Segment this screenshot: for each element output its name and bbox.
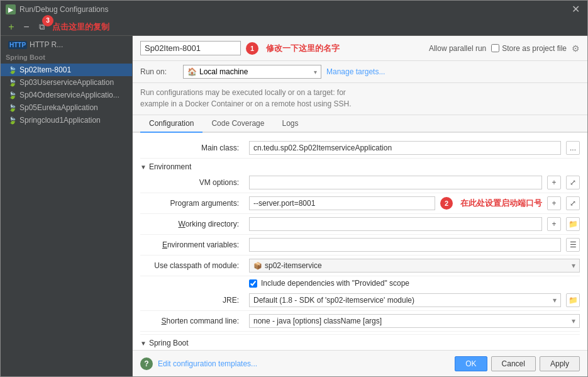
description-line1: Run configurations may be executed local… xyxy=(140,88,346,97)
help-button[interactable]: ? xyxy=(140,357,153,370)
include-deps-row: Include dependencies with "Provided" sco… xyxy=(249,276,580,290)
bottom-bar: ? Edit configuration templates... OK Can… xyxy=(133,350,587,376)
content-area: HTTP HTTP R... Spring Boot 🍃 Sp02Item-80… xyxy=(1,36,587,376)
sidebar-item-sp03[interactable]: 🍃 Sp03UserserviceApplication xyxy=(1,76,132,89)
sidebar-item-springcloud-label: Springcloud1Application xyxy=(19,116,101,125)
toolbar: + − ⧉ 3 点击这里的复制 xyxy=(1,18,587,36)
shorten-cmd-select-input[interactable]: none - java [options] className [args] xyxy=(253,317,575,325)
tabs-bar: Configuration Code Coverage Logs xyxy=(133,115,587,133)
close-button[interactable]: ✕ xyxy=(569,3,582,16)
home-icon: 🏠 xyxy=(187,67,197,76)
annotation-1-text: 修改一下这里的名字 xyxy=(266,43,340,54)
ok-button[interactable]: OK xyxy=(455,356,487,371)
spring-boot-section: ▼ Spring Boot xyxy=(140,334,580,349)
leaf-icon-2: 🍃 xyxy=(8,79,17,87)
config-name-input[interactable] xyxy=(140,41,241,55)
sidebar-item-sp02[interactable]: 🍃 Sp02Item-8001 xyxy=(1,64,132,76)
vm-options-row: VM options: + ⤢ xyxy=(140,172,580,193)
store-project-text: Store as project file xyxy=(502,44,567,53)
sidebar-item-sp03-label: Sp03UserserviceApplication xyxy=(19,78,114,87)
main-class-row: Main class: ... xyxy=(140,138,580,159)
run-on-label: Run on: xyxy=(140,67,178,76)
working-dir-label: WWorking directory:orking directory: xyxy=(140,220,244,228)
tab-code-coverage[interactable]: Code Coverage xyxy=(202,115,273,133)
vm-options-label: VM options: xyxy=(140,178,244,187)
title-bar-left: ▶ Run/Debug Configurations xyxy=(6,4,108,14)
sidebar-item-sp04[interactable]: 🍃 Sp04OrderserviceApplicatio... xyxy=(1,89,132,101)
classpath-label: Use classpath of module: xyxy=(140,261,244,270)
classpath-dropdown-arrow: ▾ xyxy=(572,261,575,270)
sidebar-item-http-label: HTTP R... xyxy=(30,40,63,49)
remove-config-button[interactable]: − xyxy=(19,20,33,34)
jre-select-input[interactable]: Default (1.8 - SDK of 'sp02-itemservice'… xyxy=(253,296,557,305)
jre-browse-button[interactable]: 📁 xyxy=(566,293,580,307)
add-config-button[interactable]: + xyxy=(4,20,18,34)
tab-configuration[interactable]: Configuration xyxy=(140,115,202,133)
annotation-1-bubble: 1 xyxy=(246,42,258,55)
description-text: Run configurations may be executed local… xyxy=(133,83,587,115)
working-dir-row: WWorking directory:orking directory: + 📁 xyxy=(140,214,580,235)
annotation-3-text: 点击这里的复制 xyxy=(52,21,109,33)
environment-collapse-arrow[interactable]: ▼ xyxy=(140,164,147,171)
config-header-right: Allow parallel run Store as project file… xyxy=(429,43,580,53)
module-icon: 📦 xyxy=(253,262,262,270)
program-args-expand-button[interactable]: ⤢ xyxy=(566,196,580,210)
spring-boot-collapse-arrow[interactable]: ▼ xyxy=(140,340,147,347)
shorten-cmd-label: Shorten command line: xyxy=(140,317,244,325)
jre-select[interactable]: Default (1.8 - SDK of 'sp02-itemservice'… xyxy=(249,293,561,307)
store-project-checkbox[interactable] xyxy=(491,44,499,52)
sidebar-item-springcloud[interactable]: 🍃 Springcloud1Application xyxy=(1,114,132,127)
gear-icon[interactable]: ⚙ xyxy=(572,43,580,53)
jre-row: JRE: Default (1.8 - SDK of 'sp02-itemser… xyxy=(140,290,580,311)
include-deps-label[interactable]: Include dependencies with "Provided" sco… xyxy=(261,279,409,288)
sidebar-item-sp05[interactable]: 🍃 Sp05EurekaApplication xyxy=(1,101,132,114)
env-vars-label: Environment variables: xyxy=(140,240,244,249)
vm-options-expand-button[interactable]: ⤢ xyxy=(566,176,580,189)
classpath-row: Use classpath of module: 📦 sp02-itemserv… xyxy=(140,256,580,276)
run-debug-dialog: ▶ Run/Debug Configurations ✕ + − ⧉ 3 点击这… xyxy=(0,0,588,377)
cancel-button[interactable]: Cancel xyxy=(491,356,536,371)
environment-section-label: Environment xyxy=(149,162,191,171)
allow-parallel-label: Allow parallel run xyxy=(429,44,486,53)
vm-options-add-button[interactable]: + xyxy=(547,176,561,189)
tab-logs[interactable]: Logs xyxy=(273,115,307,133)
description-line2: example in a Docker Container or on a re… xyxy=(140,99,352,108)
apply-button[interactable]: Apply xyxy=(540,356,580,371)
main-class-label: Main class: xyxy=(140,143,244,152)
leaf-icon-3: 🍃 xyxy=(8,91,17,99)
form-area: Main class: ... ▼ Environment VM options… xyxy=(133,133,587,350)
program-args-input[interactable] xyxy=(249,196,435,210)
env-vars-table-button[interactable]: ☰ xyxy=(566,238,580,252)
program-args-add-button[interactable]: + xyxy=(547,196,561,210)
leaf-icon-4: 🍃 xyxy=(8,104,17,112)
store-project-checkbox-label[interactable]: Store as project file xyxy=(491,44,567,53)
working-dir-input[interactable] xyxy=(249,217,542,231)
annotation-3-bubble: 3 xyxy=(42,15,53,26)
manage-targets-link[interactable]: Manage targets... xyxy=(326,67,385,76)
sidebar-item-http[interactable]: HTTP HTTP R... xyxy=(1,38,132,51)
program-args-row: Program arguments: 2 在此处设置启动端口号 + ⤢ xyxy=(140,193,580,214)
include-deps-checkbox[interactable] xyxy=(249,279,257,288)
edit-templates-link[interactable]: Edit configuration templates... xyxy=(158,359,257,368)
classpath-module-value: sp02-itemservice xyxy=(265,261,322,270)
shorten-cmd-select[interactable]: none - java [options] className [args] xyxy=(249,314,580,328)
dialog-icon: ▶ xyxy=(6,4,16,14)
run-on-dropdown-arrow: ▾ xyxy=(314,69,317,76)
spring-boot-section-label: Spring Boot xyxy=(149,339,189,347)
env-vars-input[interactable] xyxy=(249,238,561,252)
main-class-browse-button[interactable]: ... xyxy=(566,141,580,155)
leaf-icon-1: 🍃 xyxy=(8,66,17,74)
main-class-input[interactable] xyxy=(249,141,561,155)
leaf-icon-5: 🍃 xyxy=(8,116,17,125)
environment-section-header: ▼ Environment xyxy=(140,159,580,172)
working-dir-browse-button[interactable]: 📁 xyxy=(566,217,580,231)
shorten-cmd-row: Shorten command line: none - java [optio… xyxy=(140,311,580,332)
run-on-row: Run on: 🏠 Local machine ▾ Manage targets… xyxy=(133,61,587,83)
sidebar-item-sp04-label: Sp04OrderserviceApplicatio... xyxy=(19,91,119,99)
classpath-module-select[interactable]: 📦 sp02-itemservice ▾ xyxy=(249,259,580,273)
bottom-right-buttons: OK Cancel Apply xyxy=(455,356,580,371)
working-dir-add-button[interactable]: + xyxy=(547,217,561,231)
sidebar-spring-boot-group: Spring Boot xyxy=(1,51,132,64)
vm-options-input[interactable] xyxy=(249,176,542,189)
run-on-selector[interactable]: 🏠 Local machine ▾ xyxy=(183,65,321,79)
